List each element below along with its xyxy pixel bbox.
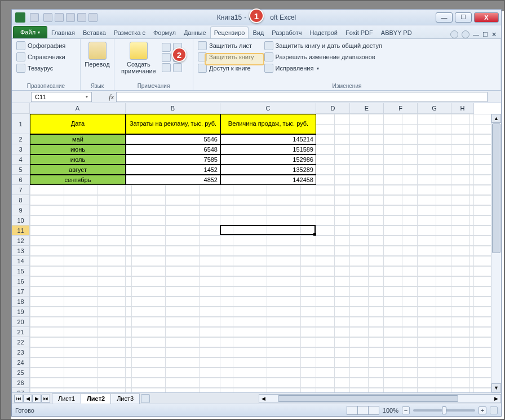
tab-рецензиро[interactable]: Рецензиро	[210, 26, 249, 38]
delete-comment-icon[interactable]	[162, 43, 171, 52]
row-header-5[interactable]: 5	[12, 165, 29, 175]
row-header-2[interactable]: 2	[12, 134, 29, 144]
row-header-10[interactable]: 10	[12, 215, 29, 226]
col-header-F[interactable]: F	[384, 103, 418, 113]
row-header-11[interactable]: 11	[12, 226, 29, 236]
cell-C6[interactable]: 142458	[220, 175, 316, 185]
col-header-D[interactable]: D	[316, 103, 350, 113]
zoom-in-button[interactable]: +	[479, 406, 486, 414]
row-header-15[interactable]: 15	[12, 266, 29, 276]
track-changes-button[interactable]: Исправления▾	[263, 63, 383, 73]
sheet-tab-Лист3[interactable]: Лист3	[110, 394, 140, 404]
spelling-button[interactable]: Орфография	[15, 41, 77, 51]
hscroll-right-icon[interactable]: ▶	[492, 396, 500, 401]
protect-workbook-button[interactable]: Защитить книгу	[197, 52, 255, 62]
col-header-B[interactable]: B	[126, 103, 220, 113]
row-header-20[interactable]: 20	[12, 317, 29, 327]
row-header-25[interactable]: 25	[12, 368, 29, 378]
col-header-A[interactable]: A	[30, 103, 126, 113]
qat-extra-icon[interactable]	[88, 13, 98, 22]
maximize-button[interactable]: ☐	[455, 12, 472, 23]
row-header-3[interactable]: 3	[12, 144, 29, 154]
cell-B6[interactable]: 4852	[126, 175, 220, 185]
view-pagebreak-icon[interactable]	[368, 406, 379, 415]
cell-A1[interactable]: Дата	[30, 114, 126, 134]
row-header-26[interactable]: 26	[12, 378, 29, 388]
zoom-slider[interactable]	[413, 409, 475, 412]
row-header-19[interactable]: 19	[12, 307, 29, 317]
undo-icon[interactable]	[55, 13, 64, 22]
close-button[interactable]: X	[474, 12, 499, 23]
cell-B3[interactable]: 6548	[126, 144, 220, 154]
row-header-1[interactable]: 1	[12, 114, 29, 134]
redo-icon[interactable]	[66, 13, 75, 22]
col-header-E[interactable]: E	[350, 103, 384, 113]
cell-A6[interactable]: сентябрь	[30, 175, 126, 185]
hscroll-left-icon[interactable]: ◀	[259, 396, 268, 401]
references-button[interactable]: Справочники	[15, 52, 77, 62]
vscroll-thumb[interactable]	[492, 123, 500, 253]
new-comment-button[interactable]: Создать примечание	[118, 41, 160, 76]
tab-вставка[interactable]: Вставка	[79, 26, 110, 38]
mdi-min-icon[interactable]: —	[473, 31, 479, 38]
new-sheet-icon[interactable]	[141, 394, 150, 403]
mdi-restore-icon[interactable]: ☐	[482, 31, 488, 38]
save-icon[interactable]	[43, 13, 52, 22]
allow-edit-ranges-button[interactable]: Разрешить изменение диапазонов	[263, 52, 383, 62]
view-layout-icon[interactable]	[357, 406, 369, 415]
hscroll-thumb[interactable]	[278, 395, 458, 402]
row-header-17[interactable]: 17	[12, 286, 29, 297]
zoom-out-button[interactable]: −	[402, 406, 410, 414]
tab-главная[interactable]: Главная	[47, 26, 79, 38]
row-header-8[interactable]: 8	[12, 195, 29, 205]
cancel-formula-icon[interactable]	[99, 92, 107, 101]
row-header-24[interactable]: 24	[12, 357, 29, 368]
protect-and-share-button[interactable]: Защитить книгу и дать общий доступ	[263, 41, 383, 51]
tab-foxit pdf[interactable]: Foxit PDF	[342, 26, 377, 38]
cell-C5[interactable]: 135289	[220, 165, 316, 175]
row-headers[interactable]: 1234567891011121314151617181920212223242…	[12, 114, 30, 392]
row-header-13[interactable]: 13	[12, 246, 29, 256]
row-header-16[interactable]: 16	[12, 276, 29, 286]
mdi-close-icon[interactable]: ✕	[491, 31, 497, 38]
sheet-nav-next-icon[interactable]: ▶	[32, 395, 41, 403]
sheet-nav-prev-icon[interactable]: ◀	[23, 395, 32, 403]
prev-comment-icon[interactable]	[162, 53, 171, 62]
cell-A3[interactable]: июнь	[30, 144, 126, 154]
horizontal-scrollbar[interactable]: ◀ ▶	[259, 394, 501, 403]
file-tab[interactable]: Файл▾	[13, 26, 47, 38]
cell-C2[interactable]: 145214	[220, 134, 316, 144]
fx-label[interactable]: fx	[107, 92, 116, 101]
thesaurus-button[interactable]: Тезаурус	[15, 63, 77, 73]
qat-more-icon[interactable]	[77, 13, 86, 22]
cell-C4[interactable]: 152986	[220, 154, 316, 165]
formula-input[interactable]	[116, 92, 488, 102]
sheet-nav-last-icon[interactable]: ⏭	[41, 395, 50, 403]
cells-area[interactable]: ДатаЗатраты на рекламу, тыс. руб.Величин…	[30, 114, 501, 392]
tab-вид[interactable]: Вид	[249, 26, 268, 38]
tab-надстрой[interactable]: Надстрой	[306, 26, 342, 38]
cell-B1[interactable]: Затраты на рекламу, тыс. руб.	[126, 114, 220, 134]
translate-button[interactable]: Перевод	[84, 41, 110, 69]
cell-B4[interactable]: 7585	[126, 154, 220, 165]
view-normal-icon[interactable]	[347, 406, 358, 415]
sheet-tab-Лист1[interactable]: Лист1	[52, 394, 81, 404]
row-header-12[interactable]: 12	[12, 236, 29, 246]
cell-C3[interactable]: 151589	[220, 144, 316, 154]
row-header-27[interactable]: 27	[12, 388, 29, 392]
row-header-23[interactable]: 23	[12, 347, 29, 357]
sheet-nav-first-icon[interactable]: ⏮	[14, 395, 23, 403]
qat-dropdown-icon[interactable]	[30, 13, 39, 22]
zoom-level[interactable]: 100%	[383, 407, 398, 414]
ribbon-options-icon[interactable]	[462, 30, 469, 38]
scroll-up-icon[interactable]: ▲	[491, 114, 501, 123]
row-header-14[interactable]: 14	[12, 256, 29, 266]
cell-A5[interactable]: август	[30, 165, 126, 175]
col-header-H[interactable]: H	[451, 103, 474, 113]
row-header-22[interactable]: 22	[12, 337, 29, 347]
col-header-C[interactable]: C	[220, 103, 316, 113]
sheet-tab-Лист2[interactable]: Лист2	[81, 394, 111, 404]
col-header-G[interactable]: G	[418, 103, 451, 113]
cell-A4[interactable]: июль	[30, 154, 126, 165]
tab-разработч[interactable]: Разработч	[268, 26, 305, 38]
